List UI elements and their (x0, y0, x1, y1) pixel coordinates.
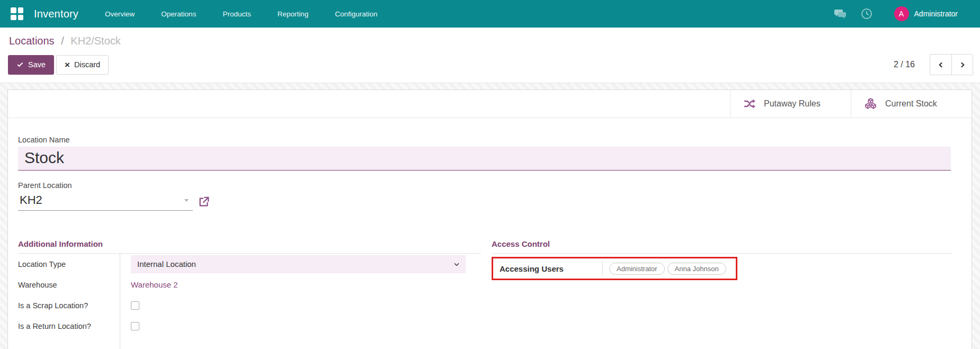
user-name: Administrator (914, 10, 958, 18)
main-menu: Overview Operations Products Reporting C… (104, 7, 378, 21)
warehouse-label: Warehouse (18, 274, 120, 295)
menu-operations[interactable]: Operations (160, 7, 197, 21)
user-tag[interactable]: Anna Johnson (667, 263, 726, 275)
parent-location-value[interactable]: KH2 (20, 193, 184, 207)
accessing-users-highlight: Accessing Users Administrator Anna Johns… (492, 257, 737, 280)
pager-previous-button[interactable] (930, 55, 951, 75)
cubes-icon (864, 97, 877, 111)
location-type-value: Internal Location (137, 259, 453, 269)
check-icon (16, 61, 24, 68)
chevron-down-icon (453, 261, 460, 268)
control-panel: Locations / KH2/Stock Save × Discard 2 /… (0, 28, 980, 83)
scrap-location-label: Is a Scrap Location? (18, 295, 120, 316)
scrap-location-checkbox[interactable] (131, 301, 139, 310)
activities-clock-icon[interactable] (860, 7, 873, 20)
apps-menu-icon[interactable] (11, 7, 23, 20)
x-icon: × (65, 60, 70, 69)
user-tag[interactable]: Administrator (609, 263, 665, 275)
spacer (18, 336, 120, 349)
location-name-input[interactable] (18, 147, 951, 171)
discard-button[interactable]: × Discard (56, 55, 109, 75)
discard-button-label: Discard (74, 60, 100, 69)
app-title[interactable]: Inventory (34, 8, 78, 20)
record-pager: 2 / 16 (894, 54, 973, 75)
content-background: Putaway Rules Current Stock Location Nam… (0, 83, 980, 349)
return-location-label: Is a Return Location? (18, 316, 120, 336)
top-navbar: Inventory Overview Operations Products R… (0, 0, 980, 28)
return-location-checkbox[interactable] (131, 322, 139, 330)
menu-overview[interactable]: Overview (104, 7, 136, 21)
parent-location-label: Parent Location (18, 181, 962, 190)
save-button-label: Save (28, 60, 46, 69)
shuffle-icon (743, 97, 756, 110)
access-control-title: Access Control (492, 239, 952, 254)
location-name-label: Location Name (18, 136, 962, 144)
current-stock-button[interactable]: Current Stock (851, 90, 972, 118)
menu-products[interactable]: Products (221, 7, 252, 21)
current-stock-label: Current Stock (885, 99, 937, 109)
accessing-users-label: Accessing Users (500, 261, 603, 276)
putaway-rules-button[interactable]: Putaway Rules (730, 90, 851, 118)
additional-information-title: Additional Information (18, 239, 481, 254)
breadcrumb-current: KH2/Stock (70, 35, 120, 47)
location-type-label: Location Type (18, 254, 120, 274)
additional-information-group: Additional Information Location Type Int… (18, 239, 481, 349)
location-type-select[interactable]: Internal Location (131, 255, 466, 273)
pager-count: 2 / 16 (894, 60, 915, 69)
parent-location-field[interactable]: KH2 (18, 192, 193, 211)
spacer (120, 336, 481, 349)
dropdown-caret-icon[interactable] (184, 199, 189, 202)
messages-icon[interactable] (834, 7, 847, 20)
external-link-icon[interactable] (198, 196, 210, 208)
accessing-users-field[interactable]: Administrator Anna Johnson (603, 263, 726, 275)
warehouse-link[interactable]: Warehouse 2 (131, 280, 178, 289)
breadcrumb-locations-link[interactable]: Locations (9, 35, 55, 47)
save-button[interactable]: Save (8, 55, 54, 75)
breadcrumb-separator: / (61, 35, 64, 47)
chevron-right-icon (959, 61, 966, 68)
breadcrumb: Locations / KH2/Stock (9, 35, 973, 47)
menu-reporting[interactable]: Reporting (277, 7, 310, 21)
pager-next-button[interactable] (951, 55, 973, 75)
access-control-group: Access Control Accessing Users Administr… (492, 239, 952, 349)
user-avatar[interactable]: A (894, 6, 909, 21)
chevron-left-icon (938, 61, 945, 68)
putaway-rules-label: Putaway Rules (764, 99, 821, 109)
menu-configuration[interactable]: Configuration (334, 7, 378, 21)
smart-button-box: Putaway Rules Current Stock (8, 90, 972, 118)
user-menu[interactable]: A Administrator (894, 6, 958, 21)
form-sheet: Putaway Rules Current Stock Location Nam… (7, 90, 972, 349)
